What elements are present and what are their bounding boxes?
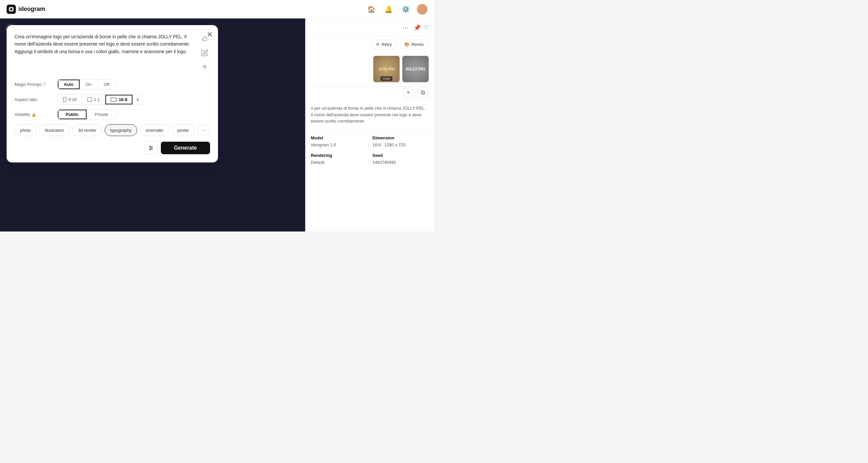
landscape-icon — [111, 98, 117, 101]
style-photo[interactable]: photo — [14, 124, 37, 136]
upload-button[interactable] — [199, 62, 210, 73]
svg-point-1 — [10, 8, 12, 10]
svg-point-8 — [150, 149, 151, 150]
style-cinematic[interactable]: cinematic — [140, 124, 169, 136]
style-typography[interactable]: typography — [105, 124, 137, 136]
private-button[interactable]: Private — [87, 110, 116, 119]
visibility-lock-icon: 🔒 — [31, 112, 36, 117]
aspect-9-16-button[interactable]: 9:16 — [58, 95, 82, 104]
edit-button[interactable] — [199, 48, 210, 58]
aspect-dropdown-button[interactable]: ∨ — [133, 94, 143, 104]
magic-off-button[interactable]: Off — [98, 80, 115, 89]
style-illustration[interactable]: illustration — [39, 124, 70, 136]
aspect-ratio-text: Aspect ratio — [14, 97, 37, 102]
aspect-1-1-button[interactable]: 1:1 — [82, 95, 105, 104]
magic-on-button[interactable]: On — [80, 80, 98, 89]
generate-row: Generate — [14, 141, 210, 155]
magic-prompt-row: Magic Prompt ⓘ Auto On Off — [14, 79, 210, 90]
square-icon — [88, 97, 92, 102]
logo[interactable]: ideogram — [7, 5, 45, 14]
top-navigation: ideogram 🏠 🔔 ⚙️ — [0, 0, 434, 19]
user-avatar[interactable] — [417, 4, 427, 14]
portrait-icon — [63, 97, 66, 102]
magic-prompt-text: Magic Prompt — [14, 82, 41, 87]
home-button[interactable]: 🏠 — [365, 3, 377, 15]
style-poster[interactable]: poster — [172, 124, 195, 136]
visibility-text: Visibility — [14, 112, 30, 117]
svg-point-7 — [151, 148, 152, 149]
settings-button[interactable]: ⚙️ — [400, 3, 411, 15]
public-button[interactable]: Public — [58, 110, 87, 119]
svg-point-6 — [150, 146, 151, 147]
aspect-16-9-button[interactable]: 16:9 — [105, 95, 133, 104]
notifications-button[interactable]: 🔔 — [382, 3, 394, 15]
more-tags-button[interactable]: ··· — [197, 124, 209, 136]
logo-icon — [7, 5, 16, 14]
aspect-ratio-label: Aspect ratio — [14, 97, 58, 102]
magic-prompt-toggle: Auto On Off — [58, 79, 116, 90]
prompt-input[interactable]: Crea un'immagine logo per un'azienda di … — [14, 33, 195, 73]
magic-auto-button[interactable]: Auto — [58, 80, 80, 89]
prompt-textarea-area: Crea un'immagine logo per un'azienda di … — [14, 33, 210, 73]
prompt-toolbar-right — [199, 33, 210, 73]
advanced-settings-button[interactable] — [144, 141, 158, 155]
prompt-dialog: Crea un'immagine logo per un'azienda di … — [7, 25, 218, 162]
style-tags: photo illustration 3d render typography … — [14, 124, 210, 136]
generate-button[interactable]: Generate — [161, 142, 210, 154]
app-name: ideogram — [19, 6, 45, 12]
magic-prompt-info[interactable]: ⓘ — [42, 82, 46, 87]
aspect-ratio-group: 9:16 1:1 16:9 ∨ — [58, 94, 143, 105]
nav-right: 🏠 🔔 ⚙️ — [365, 3, 427, 15]
style-3d-render[interactable]: 3d render — [72, 124, 102, 136]
visibility-group: Public Private — [58, 109, 116, 120]
visibility-row: Visibility 🔒 Public Private — [14, 109, 210, 120]
prompt-overlay: Crea un'immagine logo per un'azienda di … — [0, 19, 434, 232]
visibility-label: Visibility 🔒 — [14, 112, 58, 117]
magic-prompt-label: Magic Prompt ⓘ — [14, 82, 58, 87]
close-dialog-button[interactable]: ✕ — [207, 30, 213, 39]
aspect-ratio-row: Aspect ratio 9:16 1:1 16:9 ∨ — [14, 94, 210, 105]
